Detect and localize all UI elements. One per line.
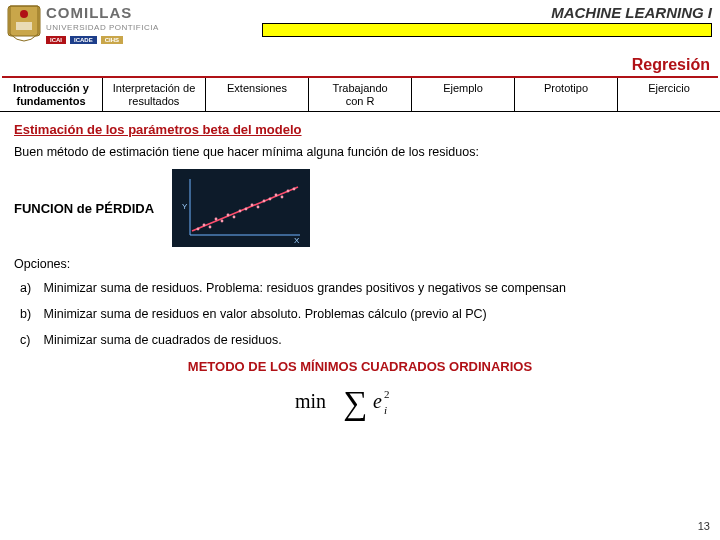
university-subline: UNIVERSIDAD PONTIFICIA [46,23,159,32]
method-title: METODO DE LOS MÍNIMOS CUADRADOS ORDINARI… [14,359,706,374]
svg-point-23 [281,196,284,199]
option-letter: a) [20,281,40,295]
yellow-bar [262,23,712,37]
svg-point-14 [227,214,230,217]
tab-label: Ejemplo [443,82,483,94]
svg-point-10 [203,224,206,227]
svg-point-19 [257,206,260,209]
sub-bars: ICAI ICADE CIHS [46,36,159,44]
svg-point-21 [269,198,272,201]
university-logo-block: COMILLAS UNIVERSIDAD PONTIFICIA ICAI ICA… [0,0,165,48]
svg-text:i: i [384,404,387,416]
svg-text:min: min [295,390,326,412]
topic-title: Regresión [2,56,718,78]
option-letter: c) [20,333,40,347]
svg-point-9 [197,228,200,231]
svg-point-12 [215,218,218,221]
svg-point-24 [287,190,290,193]
svg-text:2: 2 [384,388,390,400]
option-letter: b) [20,307,40,321]
option-text: Minimizar suma de residuos en valor abso… [43,307,486,321]
tab-label: fundamentos [16,95,85,107]
svg-text:Y: Y [182,202,188,211]
option-b: b) Minimizar suma de residuos en valor a… [20,307,706,321]
tab-label: Introducción y [13,82,89,94]
tab-label: resultados [129,95,180,107]
tab-interpretacion[interactable]: Interpretación de resultados [103,78,206,111]
svg-point-18 [251,204,254,207]
logo-text: COMILLAS UNIVERSIDAD PONTIFICIA ICAI ICA… [46,4,159,44]
tab-introduccion[interactable]: Introducción y fundamentos [0,78,103,111]
svg-point-1 [20,10,28,18]
options-label: Opciones: [14,257,706,271]
tab-row: Introducción y fundamentos Interpretació… [0,78,720,112]
svg-point-25 [293,188,296,191]
svg-text:∑: ∑ [343,384,367,422]
tab-extensiones[interactable]: Extensiones [206,78,309,111]
course-area: MACHINE LEARNING I [165,0,720,37]
option-c: c) Minimizar suma de cuadrados de residu… [20,333,706,347]
option-text: Minimizar suma de cuadrados de residuos. [43,333,281,347]
tab-label: Extensiones [227,82,287,94]
svg-text:X: X [294,236,300,245]
svg-point-20 [263,200,266,203]
tab-ejercicio[interactable]: Ejercicio [618,78,720,111]
svg-point-13 [221,220,224,223]
slide-header: COMILLAS UNIVERSIDAD PONTIFICIA ICAI ICA… [0,0,720,56]
svg-point-15 [233,216,236,219]
tab-label: Prototipo [544,82,588,94]
bar-icade: ICADE [70,36,97,44]
course-title: MACHINE LEARNING I [551,4,712,21]
ols-formula: min ∑ e 2 i [14,380,706,425]
bar-icai: ICAI [46,36,66,44]
tab-label: con R [346,95,375,107]
loss-row: FUNCION de PÉRDIDA Y X [14,169,706,247]
bar-cihs: CIHS [101,36,123,44]
section-title: Estimación de los parámetros beta del mo… [14,122,706,137]
tab-ejemplo[interactable]: Ejemplo [412,78,515,111]
svg-point-16 [239,210,242,213]
svg-point-11 [209,226,212,229]
tab-trabajando-r[interactable]: Trabajando con R [309,78,412,111]
slide-body: Estimación de los parámetros beta del mo… [0,112,720,425]
crest-icon [6,4,42,48]
page-number: 13 [698,520,710,532]
university-name: COMILLAS [46,4,159,21]
svg-rect-2 [16,22,32,30]
regression-chart-icon: Y X [172,169,310,247]
intro-text: Buen método de estimación tiene que hace… [14,145,706,159]
option-a: a) Minimizar suma de residuos. Problema:… [20,281,706,295]
tab-prototipo[interactable]: Prototipo [515,78,618,111]
tab-label: Ejercicio [648,82,690,94]
option-text: Minimizar suma de residuos. Problema: re… [43,281,565,295]
svg-point-22 [275,194,278,197]
tab-label: Interpretación de [113,82,196,94]
tab-label: Trabajando [332,82,387,94]
loss-label: FUNCION de PÉRDIDA [14,201,154,216]
svg-point-17 [245,208,248,211]
svg-text:e: e [373,390,382,412]
